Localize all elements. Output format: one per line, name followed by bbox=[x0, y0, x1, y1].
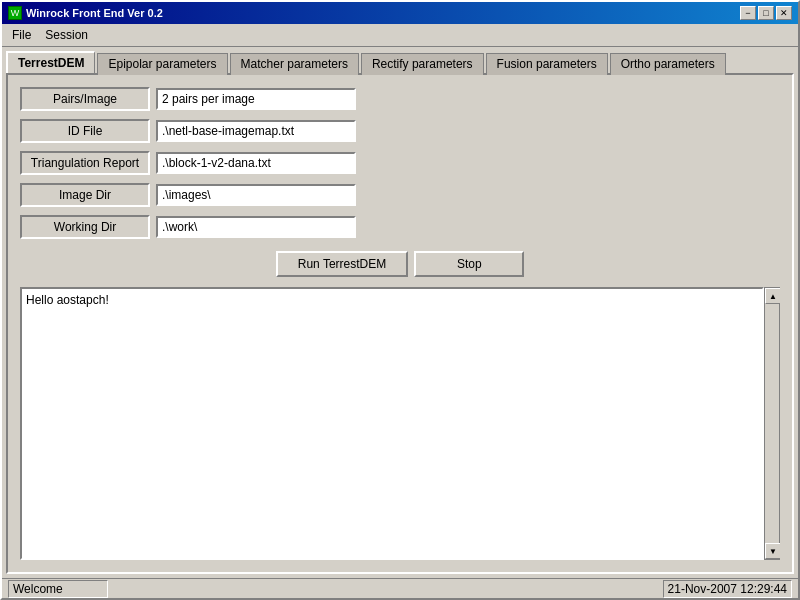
title-bar-left: W Winrock Front End Ver 0.2 bbox=[8, 6, 163, 20]
output-text: Hello aostapch! bbox=[26, 293, 109, 307]
tab-rectify[interactable]: Rectify parameters bbox=[361, 53, 484, 75]
window-title: Winrock Front End Ver 0.2 bbox=[26, 7, 163, 19]
id-file-row: ID File bbox=[20, 119, 780, 143]
image-dir-input[interactable] bbox=[156, 184, 356, 206]
form-section: Pairs/Image ID File Triangulation Report… bbox=[20, 87, 780, 239]
close-button[interactable]: ✕ bbox=[776, 6, 792, 20]
menu-file[interactable]: File bbox=[6, 26, 37, 44]
title-bar: W Winrock Front End Ver 0.2 − □ ✕ bbox=[2, 2, 798, 24]
pairs-image-row: Pairs/Image bbox=[20, 87, 780, 111]
triangulation-report-input[interactable] bbox=[156, 152, 356, 174]
tabs-bar: TerrestDEM Epipolar parameters Matcher p… bbox=[2, 47, 798, 73]
status-datetime: 21-Nov-2007 12:29:44 bbox=[663, 580, 792, 598]
minimize-button[interactable]: − bbox=[740, 6, 756, 20]
tab-ortho[interactable]: Ortho parameters bbox=[610, 53, 726, 75]
title-buttons: − □ ✕ bbox=[740, 6, 792, 20]
tab-fusion[interactable]: Fusion parameters bbox=[486, 53, 608, 75]
pairs-image-input[interactable] bbox=[156, 88, 356, 110]
maximize-button[interactable]: □ bbox=[758, 6, 774, 20]
scrollbar-track bbox=[765, 304, 779, 543]
scrollbar-up[interactable]: ▲ bbox=[765, 288, 780, 304]
run-button[interactable]: Run TerrestDEM bbox=[276, 251, 408, 277]
triangulation-report-button[interactable]: Triangulation Report bbox=[20, 151, 150, 175]
working-dir-input[interactable] bbox=[156, 216, 356, 238]
pairs-image-button[interactable]: Pairs/Image bbox=[20, 87, 150, 111]
content-area: Pairs/Image ID File Triangulation Report… bbox=[6, 73, 794, 574]
working-dir-row: Working Dir bbox=[20, 215, 780, 239]
buttons-row: Run TerrestDEM Stop bbox=[20, 251, 780, 277]
tab-epipolar[interactable]: Epipolar parameters bbox=[97, 53, 227, 75]
triangulation-row: Triangulation Report bbox=[20, 151, 780, 175]
menu-session[interactable]: Session bbox=[39, 26, 94, 44]
output-area: Hello aostapch! bbox=[20, 287, 764, 560]
tab-terrestdem[interactable]: TerrestDEM bbox=[6, 51, 95, 73]
id-file-input[interactable] bbox=[156, 120, 356, 142]
working-dir-button[interactable]: Working Dir bbox=[20, 215, 150, 239]
status-bar: Welcome 21-Nov-2007 12:29:44 bbox=[2, 578, 798, 598]
status-message: Welcome bbox=[8, 580, 108, 598]
image-dir-button[interactable]: Image Dir bbox=[20, 183, 150, 207]
id-file-button[interactable]: ID File bbox=[20, 119, 150, 143]
tab-matcher[interactable]: Matcher parameters bbox=[230, 53, 359, 75]
stop-button[interactable]: Stop bbox=[414, 251, 524, 277]
output-scrollbar[interactable]: ▲ ▼ bbox=[764, 287, 780, 560]
main-window: W Winrock Front End Ver 0.2 − □ ✕ File S… bbox=[0, 0, 800, 600]
menu-bar: File Session bbox=[2, 24, 798, 47]
app-icon: W bbox=[8, 6, 22, 20]
output-wrapper: Hello aostapch! ▲ ▼ bbox=[20, 287, 780, 560]
image-dir-row: Image Dir bbox=[20, 183, 780, 207]
scrollbar-down[interactable]: ▼ bbox=[765, 543, 780, 559]
